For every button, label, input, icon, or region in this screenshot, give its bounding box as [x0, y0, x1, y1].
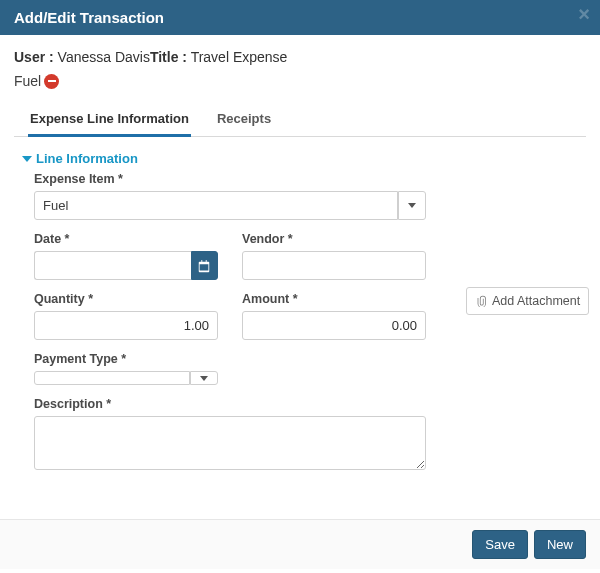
modal-title: Add/Edit Transaction	[14, 9, 164, 26]
section-line-information-label: Line Information	[36, 151, 138, 166]
tab-expense-line-info[interactable]: Expense Line Information	[28, 103, 191, 137]
title-label: Title :	[150, 49, 187, 65]
section-line-information[interactable]: Line Information	[22, 151, 426, 166]
expense-item-select[interactable]: Fuel	[34, 191, 426, 220]
date-picker-button[interactable]	[191, 251, 218, 280]
vendor-label: Vendor *	[242, 232, 426, 246]
payment-type-label: Payment Type *	[34, 352, 218, 366]
chevron-down-icon	[22, 154, 32, 164]
svg-marker-0	[22, 156, 32, 162]
paperclip-icon	[475, 295, 487, 307]
description-textarea[interactable]	[34, 416, 426, 470]
caret-down-icon	[408, 203, 416, 208]
title-value: Travel Expense	[187, 49, 287, 65]
amount-input[interactable]	[242, 311, 426, 340]
description-label: Description *	[34, 397, 426, 411]
modal-header: Add/Edit Transaction ×	[0, 0, 600, 35]
remove-line-icon[interactable]	[44, 74, 59, 89]
tab-receipts[interactable]: Receipts	[215, 103, 273, 137]
payment-type-value	[34, 371, 190, 385]
calendar-icon	[197, 259, 211, 273]
payment-type-dropdown-button[interactable]	[190, 371, 218, 385]
expense-item-label: Expense Item *	[34, 172, 426, 186]
date-input[interactable]	[34, 251, 191, 280]
close-icon[interactable]: ×	[578, 4, 590, 24]
save-button[interactable]: Save	[472, 530, 528, 559]
user-label: User :	[14, 49, 54, 65]
attachment-panel: Add Attachment	[466, 137, 586, 499]
date-label: Date *	[34, 232, 218, 246]
user-value: Vanessa Davis	[54, 49, 150, 65]
expense-item-value: Fuel	[34, 191, 398, 220]
vendor-input[interactable]	[242, 251, 426, 280]
modal-footer: Save New	[0, 519, 600, 569]
add-attachment-button[interactable]: Add Attachment	[466, 287, 589, 315]
caret-down-icon	[200, 376, 208, 381]
amount-label: Amount *	[242, 292, 426, 306]
add-attachment-label: Add Attachment	[492, 294, 580, 308]
context-bar: User : Vanessa DavisTitle : Travel Expen…	[0, 35, 600, 71]
tabs: Expense Line Information Receipts	[14, 103, 586, 137]
line-name-text: Fuel	[14, 73, 41, 89]
quantity-input[interactable]	[34, 311, 218, 340]
form-scroll-pane[interactable]: Line Information Expense Item * Fuel Dat…	[14, 137, 436, 499]
quantity-label: Quantity *	[34, 292, 218, 306]
payment-type-select[interactable]	[34, 371, 218, 385]
expense-item-dropdown-button[interactable]	[398, 191, 426, 220]
context-line-name: Fuel	[0, 71, 600, 95]
new-button[interactable]: New	[534, 530, 586, 559]
